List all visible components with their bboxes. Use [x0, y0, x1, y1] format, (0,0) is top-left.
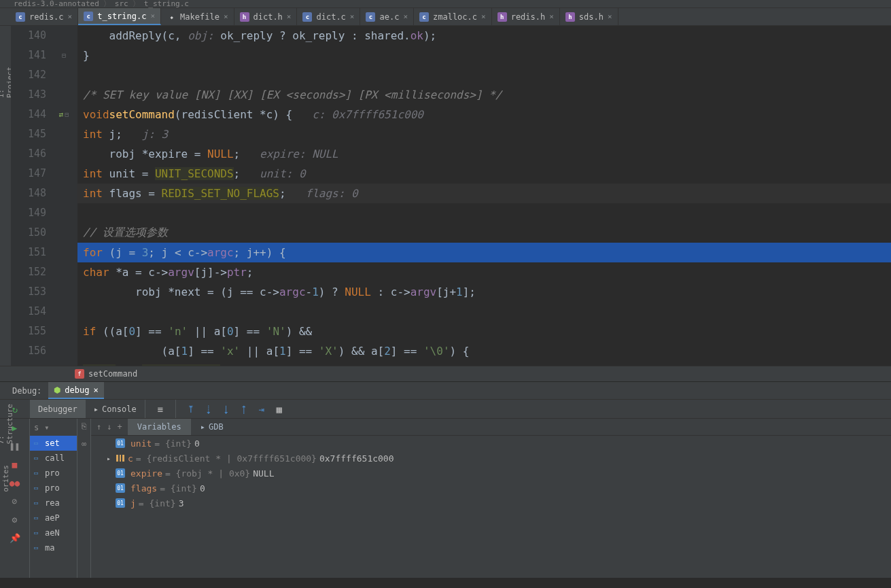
close-icon[interactable]: ×: [68, 12, 73, 21]
line-number[interactable]: 141: [11, 46, 52, 65]
down-arrow-icon[interactable]: ↓: [107, 422, 111, 432]
close-icon[interactable]: ×: [150, 12, 155, 20]
line-number[interactable]: 149: [11, 203, 52, 223]
editor-tab-dict-c[interactable]: cdict.c×: [297, 8, 360, 25]
line-number[interactable]: 143: [11, 85, 52, 105]
settings-icon[interactable]: ⚙: [12, 515, 18, 525]
code-line-149[interactable]: [77, 203, 891, 223]
editor-tab-ae-c[interactable]: cae.c×: [360, 8, 414, 25]
close-icon[interactable]: ×: [287, 12, 292, 21]
step-over-icon[interactable]: ⭭: [203, 404, 214, 415]
code-line-156[interactable]: (a[1] == 'x' || a[1] == 'X') && a[2] == …: [77, 341, 891, 361]
breadcrumb-file[interactable]: t_string.c: [144, 0, 189, 8]
code-line-153[interactable]: robj *next = (j == c->argc-1) ? NULL : c…: [77, 282, 891, 302]
line-number[interactable]: 155: [11, 322, 52, 341]
close-icon[interactable]: ×: [93, 385, 98, 395]
breadcrumb-project[interactable]: redis-3.0-annotated: [14, 0, 99, 8]
code-line-155[interactable]: if ((a[0] == 'n' || a[0] == 'N') &&: [77, 322, 891, 341]
code-line-144[interactable]: void setCommand(redisClient *c) { c: 0x7…: [77, 105, 891, 124]
variable-row-expire[interactable]: 01expire = {robj * | 0x0} NULL: [91, 466, 891, 481]
stack-frame[interactable]: ▭ma: [30, 540, 77, 555]
code-line-152[interactable]: char *a = c->argv[j]->ptr;: [77, 262, 891, 282]
tool-favorites[interactable]: orites: [1, 465, 10, 492]
threads-icon[interactable]: ≡: [155, 404, 166, 415]
frames-dropdown-icon[interactable]: ▾: [44, 423, 49, 432]
code-line-147[interactable]: int unit = UNIT_SECONDS; unit: 0: [77, 164, 891, 184]
fold-icon[interactable]: ⊟: [62, 46, 66, 65]
code-line-157[interactable]: flags |= REDIS_SET_NX;: [77, 361, 891, 366]
show-execution-icon[interactable]: ⤒: [186, 404, 196, 415]
editor-tab-sds-h[interactable]: hsds.h×: [560, 8, 618, 25]
variable-row-c[interactable]: ▸c = {redisClient * | 0x7ffff651c000} 0x…: [91, 451, 891, 466]
up-arrow-icon[interactable]: ↑: [97, 422, 101, 432]
function-name[interactable]: setCommand: [88, 369, 137, 379]
stack-frame[interactable]: ▭aeN: [30, 525, 77, 540]
line-number[interactable]: 145: [11, 124, 52, 144]
line-number[interactable]: 151: [11, 243, 52, 262]
code-area[interactable]: addReply(c, obj: ok_reply ? ok_reply : s…: [77, 26, 891, 366]
code-editor[interactable]: 140141⊟142143144⇄⊟1451461471481491501511…: [11, 26, 891, 366]
code-line-143[interactable]: /* SET key value [NX] [XX] [EX <seconds>…: [77, 85, 891, 105]
editor-tab-t_string-c[interactable]: ct_string.c×: [78, 8, 161, 25]
stack-frame[interactable]: ▭pro: [30, 466, 77, 481]
debug-config-tab[interactable]: ⬢ debug ×: [48, 382, 103, 399]
line-number[interactable]: 156: [11, 341, 52, 361]
code-line-145[interactable]: int j; j: 3: [77, 124, 891, 144]
code-line-140[interactable]: addReply(c, obj: ok_reply ? ok_reply : s…: [77, 26, 891, 46]
line-number[interactable]: 157: [11, 361, 52, 366]
debugger-tab[interactable]: Debugger: [30, 400, 86, 418]
code-line-151[interactable]: for (j = 3; j < c->argc; j++) {: [77, 243, 891, 262]
mute-breakpoints-icon[interactable]: ⊘: [12, 496, 18, 506]
close-icon[interactable]: ×: [350, 12, 355, 21]
pin-icon[interactable]: 📌: [10, 533, 20, 543]
stack-frame[interactable]: ▭pro: [30, 481, 77, 496]
code-line-146[interactable]: robj *expire = NULL; expire: NULL: [77, 144, 891, 164]
line-number[interactable]: 154: [11, 302, 52, 322]
line-number[interactable]: 150: [11, 223, 52, 243]
code-line-141[interactable]: }: [77, 46, 891, 65]
variables-tab[interactable]: Variables: [128, 419, 191, 435]
line-number[interactable]: 152: [11, 262, 52, 282]
editor-tab-redis-c[interactable]: credis.c×: [10, 8, 78, 25]
code-line-150[interactable]: // 设置选项参数: [77, 223, 891, 243]
editor-tab-dict-h[interactable]: hdict.h×: [234, 8, 298, 25]
line-number[interactable]: 148: [11, 184, 52, 203]
expand-icon[interactable]: ▸: [105, 455, 113, 462]
breadcrumb-folder[interactable]: src: [115, 0, 128, 8]
step-out-icon[interactable]: ⭡: [239, 404, 249, 415]
line-number[interactable]: 140: [11, 26, 52, 46]
close-icon[interactable]: ×: [608, 12, 612, 21]
run-to-cursor-icon[interactable]: ⇥: [256, 404, 267, 415]
close-icon[interactable]: ×: [549, 12, 554, 21]
editor-tab-redis-h[interactable]: hredis.h×: [492, 8, 560, 25]
line-number[interactable]: 142: [11, 65, 52, 85]
close-icon[interactable]: ×: [481, 12, 486, 21]
line-number[interactable]: 144: [11, 105, 52, 124]
code-line-142[interactable]: [77, 65, 891, 85]
variable-row-unit[interactable]: 01unit = {int} 0: [91, 436, 891, 451]
stack-frame[interactable]: ▭rea: [30, 496, 77, 511]
editor-tab-zmalloc-c[interactable]: czmalloc.c×: [414, 8, 492, 25]
variable-row-j[interactable]: 01j = {int} 3: [91, 496, 891, 511]
add-icon[interactable]: +: [117, 422, 122, 432]
stack-frame[interactable]: ▭set: [30, 436, 77, 451]
link-icon[interactable]: ∞: [82, 439, 86, 449]
breakpoints-icon[interactable]: ●●: [10, 478, 20, 488]
step-into-icon[interactable]: ⭣: [221, 404, 232, 415]
console-tab[interactable]: ▸ Console: [86, 400, 145, 418]
evaluate-icon[interactable]: ▦: [274, 404, 285, 415]
close-icon[interactable]: ×: [224, 12, 228, 21]
variable-row-flags[interactable]: 01flags = {int} 0: [91, 481, 891, 496]
line-number[interactable]: 147: [11, 164, 52, 184]
stack-frame[interactable]: ▭aeP: [30, 511, 77, 525]
gdb-tab[interactable]: ▸ GDB: [191, 419, 233, 435]
editor-tab-Makefile[interactable]: ⬥Makefile×: [161, 8, 234, 25]
stop-icon[interactable]: ■: [12, 460, 18, 470]
code-line-154[interactable]: [77, 302, 891, 322]
stack-frame[interactable]: ▭call: [30, 451, 77, 466]
code-line-148[interactable]: int flags = REDIS_SET_NO_FLAGS; flags: 0: [77, 184, 891, 203]
line-number[interactable]: 153: [11, 282, 52, 302]
line-number[interactable]: 146: [11, 144, 52, 164]
tool-structure[interactable]: 7: Structure: [0, 404, 14, 445]
copy-icon[interactable]: ⎘: [82, 421, 86, 431]
